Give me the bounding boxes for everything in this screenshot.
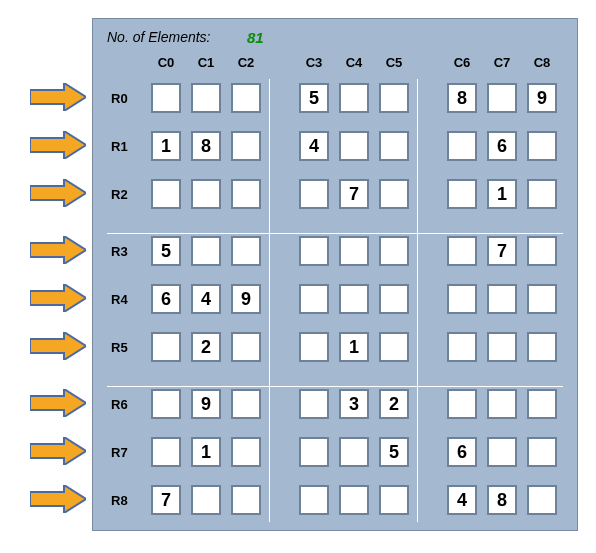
grid-cell[interactable]: 2 — [191, 332, 221, 362]
grid-cell[interactable] — [339, 284, 369, 314]
grid-cell[interactable]: 7 — [487, 236, 517, 266]
arrow-icon — [30, 83, 86, 111]
column-header: C2 — [231, 55, 261, 70]
grid-cell[interactable] — [379, 179, 409, 209]
grid-cell[interactable] — [151, 83, 181, 113]
grid-cell[interactable] — [487, 284, 517, 314]
grid-cell[interactable]: 6 — [447, 437, 477, 467]
grid-cell[interactable] — [447, 131, 477, 161]
grid-cell[interactable]: 1 — [339, 332, 369, 362]
grid-cell[interactable] — [299, 236, 329, 266]
grid-cell[interactable] — [379, 83, 409, 113]
grid-cell[interactable] — [231, 485, 261, 515]
row-header: R4 — [111, 292, 128, 307]
grid-cell[interactable] — [527, 284, 557, 314]
grid-cell[interactable] — [527, 389, 557, 419]
grid-cell[interactable] — [527, 236, 557, 266]
grid-cell[interactable]: 8 — [447, 83, 477, 113]
grid-cell[interactable] — [191, 179, 221, 209]
grid-cell[interactable] — [339, 83, 369, 113]
column-header: C3 — [299, 55, 329, 70]
grid-cell[interactable]: 8 — [191, 131, 221, 161]
grid-cell[interactable] — [231, 332, 261, 362]
grid-cell[interactable] — [339, 131, 369, 161]
arrow-icon — [30, 332, 86, 360]
column-header: C4 — [339, 55, 369, 70]
arrow-icon — [30, 485, 86, 513]
grid-cell[interactable] — [151, 332, 181, 362]
grid-cell[interactable] — [151, 389, 181, 419]
grid-cell[interactable] — [379, 236, 409, 266]
grid-cell[interactable]: 6 — [151, 284, 181, 314]
grid-cell[interactable] — [379, 332, 409, 362]
divider-vertical — [269, 79, 270, 522]
grid-cell[interactable]: 7 — [339, 179, 369, 209]
grid-cell[interactable] — [231, 437, 261, 467]
grid-cell[interactable] — [231, 236, 261, 266]
grid-cell[interactable] — [299, 485, 329, 515]
grid-cell[interactable] — [527, 437, 557, 467]
grid-cell[interactable] — [447, 179, 477, 209]
grid-cell[interactable] — [231, 131, 261, 161]
grid-cell[interactable] — [339, 485, 369, 515]
grid-cell[interactable] — [191, 236, 221, 266]
grid-cell[interactable] — [487, 332, 517, 362]
grid-cell[interactable] — [191, 485, 221, 515]
grid-cell[interactable] — [527, 179, 557, 209]
arrow-icon — [30, 131, 86, 159]
grid-cell[interactable]: 4 — [447, 485, 477, 515]
grid-cell[interactable] — [447, 236, 477, 266]
grid-cell[interactable]: 1 — [151, 131, 181, 161]
svg-marker-5 — [30, 332, 86, 360]
grid-cell[interactable] — [191, 83, 221, 113]
grid-cell[interactable] — [379, 284, 409, 314]
svg-marker-7 — [30, 437, 86, 465]
grid-cell[interactable]: 5 — [151, 236, 181, 266]
grid-cell[interactable] — [527, 485, 557, 515]
grid-cell[interactable] — [299, 437, 329, 467]
row-header: R6 — [111, 397, 128, 412]
arrow-icon — [30, 179, 86, 207]
grid-cell[interactable] — [299, 332, 329, 362]
grid-cell[interactable]: 2 — [379, 389, 409, 419]
column-header: C0 — [151, 55, 181, 70]
element-count-value: 81 — [247, 29, 264, 46]
column-header: C6 — [447, 55, 477, 70]
grid-cell[interactable]: 4 — [299, 131, 329, 161]
grid-cell[interactable] — [299, 284, 329, 314]
grid-cell[interactable] — [151, 179, 181, 209]
grid-cell[interactable] — [231, 83, 261, 113]
grid-cell[interactable]: 9 — [191, 389, 221, 419]
grid-cell[interactable] — [299, 179, 329, 209]
grid-cell[interactable] — [379, 485, 409, 515]
grid-cell[interactable] — [447, 332, 477, 362]
grid-cell[interactable]: 1 — [191, 437, 221, 467]
grid-cell[interactable] — [487, 389, 517, 419]
grid-cell[interactable]: 1 — [487, 179, 517, 209]
grid-cell[interactable] — [231, 179, 261, 209]
grid-cell[interactable]: 9 — [231, 284, 261, 314]
grid-cell[interactable]: 4 — [191, 284, 221, 314]
grid-cell[interactable]: 6 — [487, 131, 517, 161]
grid-cell[interactable] — [231, 389, 261, 419]
grid-cell[interactable]: 5 — [299, 83, 329, 113]
grid-cell[interactable]: 7 — [151, 485, 181, 515]
grid-cell[interactable] — [527, 332, 557, 362]
grid-cell[interactable] — [151, 437, 181, 467]
grid-cell[interactable] — [487, 437, 517, 467]
grid-cell[interactable] — [379, 131, 409, 161]
grid-cell[interactable] — [447, 284, 477, 314]
grid-cell[interactable] — [447, 389, 477, 419]
grid-cell[interactable] — [527, 131, 557, 161]
column-header: C7 — [487, 55, 517, 70]
grid-cell[interactable]: 8 — [487, 485, 517, 515]
grid-cell[interactable] — [339, 437, 369, 467]
grid-cell[interactable] — [487, 83, 517, 113]
grid-cell[interactable] — [299, 389, 329, 419]
grid-cell[interactable] — [339, 236, 369, 266]
column-header: C1 — [191, 55, 221, 70]
grid-cell[interactable]: 9 — [527, 83, 557, 113]
grid-cell[interactable]: 3 — [339, 389, 369, 419]
svg-marker-4 — [30, 284, 86, 312]
grid-cell[interactable]: 5 — [379, 437, 409, 467]
